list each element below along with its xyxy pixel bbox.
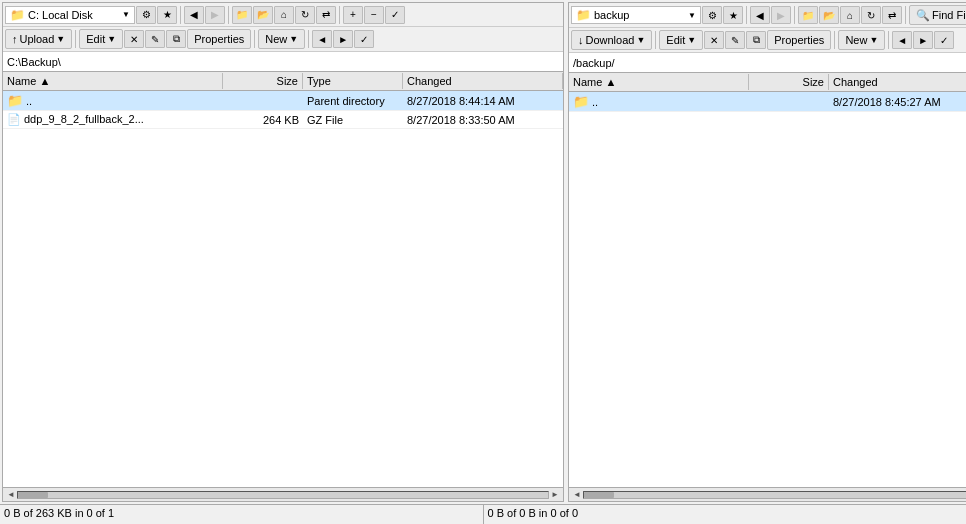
right-toolbar-icon-2[interactable]: ★ [723,6,743,24]
left-path-bar: C:\Backup\ [3,52,563,72]
left-toolbar-icon-2[interactable]: ★ [157,6,177,24]
left-cell-name: 📁.. [3,92,223,109]
dual-pane: 📁 C: Local Disk ▼ ⚙ ★ ◀ ▶ 📁 📂 ⌂ ↻ ⇄ + − … [0,0,966,504]
upload-icon: ↑ [12,33,18,45]
right-toolbar-top: 📁 backup ▼ ⚙ ★ ◀ ▶ 📁 📂 ⌂ ↻ ⇄ 🔍 Find Fil [569,3,966,28]
left-properties-btn[interactable]: Properties [187,29,251,49]
left-scroll-track[interactable] [17,491,549,499]
left-toolbar-top: 📁 C: Local Disk ▼ ⚙ ★ ◀ ▶ 📁 📂 ⌂ ↻ ⇄ + − … [3,3,563,27]
sep6 [308,30,309,48]
right-path-text: /backup/ [573,57,615,69]
left-copy-btn[interactable]: ⧉ [166,30,186,48]
left-upload-btn[interactable]: ↑ Upload ▼ [5,29,72,49]
left-expand-btn[interactable]: + [343,6,363,24]
file-icon: 📄 [7,113,21,125]
right-nav3[interactable]: ✓ [934,31,954,49]
right-edit-btn[interactable]: Edit ▼ [659,30,703,50]
find-icon: 🔍 [916,9,930,22]
right-col-name[interactable]: Name ▲ [569,74,749,90]
left-collapse-btn[interactable]: − [364,6,384,24]
left-new-folder-btn[interactable]: 📁 [232,6,252,24]
download-arrow: ▼ [636,35,645,45]
right-scroll-track[interactable] [583,491,966,499]
table-row[interactable]: 📁.. Parent directory 8/27/2018 8:44:14 A… [3,91,563,111]
right-scroll-thumb[interactable] [584,492,614,498]
right-col-changed[interactable]: Changed [829,74,966,90]
left-cell-size [223,100,303,102]
new-arrow: ▼ [289,34,298,44]
left-forward-btn[interactable]: ▶ [205,6,225,24]
right-scroll-left[interactable]: ◄ [571,490,583,499]
right-delete-btn[interactable]: ✕ [704,31,724,49]
left-scroll-left[interactable]: ◄ [5,490,17,499]
right-home-btn[interactable]: ⌂ [840,6,860,24]
rsep1 [746,6,747,24]
sep2 [228,6,229,24]
left-check-btn[interactable]: ✓ [385,6,405,24]
left-new-btn[interactable]: New ▼ [258,29,305,49]
right-sync-btn[interactable]: ⇄ [882,6,902,24]
left-folder-icon: 📁 [10,8,25,22]
right-location-dropdown[interactable]: 📁 backup ▼ [571,6,701,24]
right-find-files-btn[interactable]: 🔍 Find Files [909,5,966,25]
rsep2 [794,6,795,24]
right-col-size[interactable]: Size [749,74,829,90]
left-rename-btn[interactable]: ✎ [145,30,165,48]
left-cell-size: 264 KB [223,113,303,127]
rsep3 [905,6,906,24]
left-col-name[interactable]: Name ▲ [3,73,223,89]
left-sync-btn[interactable]: ⇄ [316,6,336,24]
right-properties-btn[interactable]: Properties [767,30,831,50]
right-refresh-btn[interactable]: ↻ [861,6,881,24]
left-file-list: 📁.. Parent directory 8/27/2018 8:44:14 A… [3,91,563,487]
left-bookmark-btn[interactable]: 📂 [253,6,273,24]
left-refresh-btn[interactable]: ↻ [295,6,315,24]
left-cell-changed: 8/27/2018 8:44:14 AM [403,94,563,108]
left-nav1[interactable]: ◄ [312,30,332,48]
left-scroll-right[interactable]: ► [549,490,561,499]
right-scrollbar-h[interactable]: ◄ ► [569,487,966,501]
sep4 [75,30,76,48]
right-dropdown-arrow: ▼ [688,11,696,20]
right-cell-changed: 8/27/2018 8:45:27 AM [829,95,966,109]
right-new-folder-btn[interactable]: 📁 [798,6,818,24]
right-rename-btn[interactable]: ✎ [725,31,745,49]
rsep5 [834,31,835,49]
table-row[interactable]: 📄ddp_9_8_2_fullback_2... 264 KB GZ File … [3,111,563,129]
right-file-list-header: Name ▲ Size Changed Rights Own... [569,73,966,92]
left-cell-name: 📄ddp_9_8_2_fullback_2... [3,112,223,127]
left-toolbar-icon-1[interactable]: ⚙ [136,6,156,24]
right-folder-icon: 📁 [576,8,591,22]
sep1 [180,6,181,24]
right-download-btn[interactable]: ↓ Download ▼ [571,30,652,50]
right-copy-btn[interactable]: ⧉ [746,31,766,49]
left-status: 0 B of 263 KB in 0 of 1 [0,505,484,524]
folder-icon: 📁 [7,93,23,108]
rnew-arrow: ▼ [869,35,878,45]
table-row[interactable]: 📁.. 8/27/2018 8:45:27 AM rwxr-xr-x 0 [569,92,966,112]
left-col-changed[interactable]: Changed [403,73,563,89]
left-col-type[interactable]: Type [303,73,403,89]
sep3 [339,6,340,24]
right-forward-btn[interactable]: ▶ [771,6,791,24]
left-scrollbar-h[interactable]: ◄ ► [3,487,563,501]
left-home-btn[interactable]: ⌂ [274,6,294,24]
left-edit-btn[interactable]: Edit ▼ [79,29,123,49]
left-delete-btn[interactable]: ✕ [124,30,144,48]
left-scroll-thumb[interactable] [18,492,48,498]
left-cell-changed: 8/27/2018 8:33:50 AM [403,113,563,127]
right-nav2[interactable]: ► [913,31,933,49]
left-col-size[interactable]: Size [223,73,303,89]
right-toolbar-icon-1[interactable]: ⚙ [702,6,722,24]
left-location-dropdown[interactable]: 📁 C: Local Disk ▼ [5,6,135,24]
left-back-btn[interactable]: ◀ [184,6,204,24]
right-nav1[interactable]: ◄ [892,31,912,49]
left-nav3[interactable]: ✓ [354,30,374,48]
edit-arrow: ▼ [107,34,116,44]
right-back-btn[interactable]: ◀ [750,6,770,24]
right-new-btn[interactable]: New ▼ [838,30,885,50]
right-pane: 📁 backup ▼ ⚙ ★ ◀ ▶ 📁 📂 ⌂ ↻ ⇄ 🔍 Find Fil [568,2,966,502]
right-bookmark-btn[interactable]: 📂 [819,6,839,24]
left-nav2[interactable]: ► [333,30,353,48]
left-pane: 📁 C: Local Disk ▼ ⚙ ★ ◀ ▶ 📁 📂 ⌂ ↻ ⇄ + − … [2,2,564,502]
